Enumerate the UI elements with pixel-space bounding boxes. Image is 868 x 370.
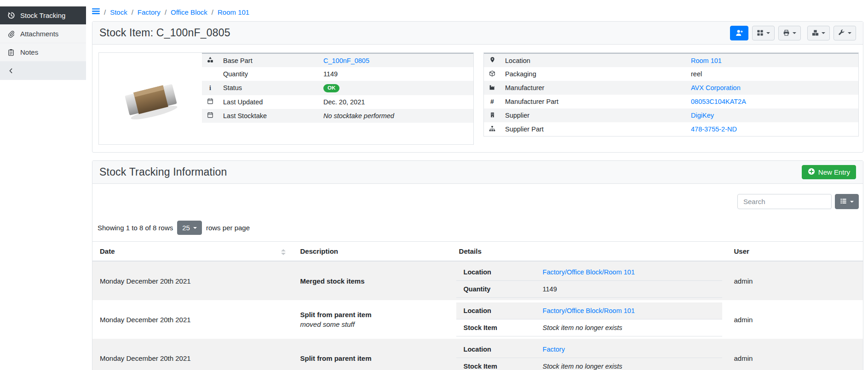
tracking-detail-row: Quantity 1149 [456,281,722,298]
new-entry-button[interactable]: New Entry [802,165,856,179]
table-row: Monday December 20th 2021 Merged stock i… [92,261,863,300]
search-input[interactable] [737,194,832,209]
status-badge: OK [323,84,339,92]
print-actions-button[interactable] [778,26,801,40]
sidebar-item-label: Stock Tracking [20,11,65,19]
column-header-date[interactable]: Date [92,242,293,262]
page-size-value: 25 [182,224,190,232]
tracking-table: Date Description Details User Monday Dec… [92,241,863,370]
tracking-location-link[interactable]: Factory/Office Block/Room 101 [543,307,635,314]
rows-per-page-label: rows per page [206,224,250,232]
base-part-link[interactable]: C_100nF_0805 [323,57,369,64]
tracking-detail-row: Stock Item Stock item no longer exists [456,319,722,336]
plus-circle-icon [808,168,815,176]
detail-label: Manufacturer [500,81,686,95]
tracking-detail-label: Location [456,264,535,281]
manufacturer-part-link[interactable]: 08053C104KAT2A [691,98,746,105]
detail-label: Last Updated [218,95,319,109]
detail-row-supplier-part: Supplier Part 478-3755-2-ND [484,122,858,136]
breadcrumb-separator: / [132,8,133,16]
stock-item-panel: Stock Item: C_100nF_0805 [92,21,863,153]
detail-label: Manufacturer Part [500,95,686,108]
detail-box-part: Base Part C_100nF_0805 Quantity 1149 i S… [98,52,474,145]
printer-icon [783,29,790,36]
page-title: Stock Item: C_100nF_0805 [99,27,230,39]
supplier-link[interactable]: DigiKey [691,112,714,119]
building-icon [489,112,495,120]
breadcrumb-link-factory[interactable]: Factory [138,8,161,16]
detail-row-manufacturer: Manufacturer AVX Corporation [484,81,858,95]
sidebar-item-attachments[interactable]: Attachments [0,25,86,43]
table-row: Monday December 20th 2021 Split from par… [92,300,863,339]
tracking-user: admin [727,261,863,300]
breadcrumb-link-room-101[interactable]: Room 101 [218,8,249,16]
info-icon: i [209,85,211,91]
page-size-dropdown[interactable]: 25 [177,221,202,235]
tracking-location-link[interactable]: Factory/Office Block/Room 101 [543,268,635,276]
calendar-icon [207,98,213,106]
industry-icon [489,85,495,92]
detail-label: Supplier Part [500,122,686,136]
table-row: Monday December 20th 2021 Split from par… [92,339,863,370]
sidebar-item-notes[interactable]: Notes [0,43,86,62]
detail-row-base-part: Base Part C_100nF_0805 [202,53,473,67]
hashtag-icon: # [490,98,494,105]
pagination-info: Showing 1 to 8 of 8 rows [98,224,173,232]
user-icon [736,29,743,37]
packaging-value: reel [686,67,858,81]
box-icon [489,71,495,78]
wrench-icon [838,29,845,36]
caret-down-icon [822,32,825,34]
detail-row-quantity: Quantity 1149 [202,67,473,81]
view-options-button[interactable] [752,26,775,40]
detail-row-supplier: Supplier DigiKey [484,108,858,122]
detail-label: Base Part [218,53,319,67]
tracking-panel-heading: Stock Tracking Information New Entry [92,161,863,184]
tracking-panel: Stock Tracking Information New Entry [92,160,863,370]
menu-toggle-button[interactable] [92,8,100,16]
breadcrumb-link-office-block[interactable]: Office Block [171,8,207,16]
clipboard-icon [7,48,15,57]
pagination-bar: Showing 1 to 8 of 8 rows 25 rows per pag… [92,209,863,235]
tracking-date: Monday December 20th 2021 [92,339,293,370]
part-thumbnail[interactable] [99,53,202,144]
stock-actions-button[interactable] [807,26,830,40]
admin-actions-button[interactable] [834,26,856,40]
tracking-date: Monday December 20th 2021 [92,300,293,339]
breadcrumb-separator: / [212,8,213,16]
tracking-detail-row: Location Factory/Office Block/Room 101 [456,302,722,319]
sidebar-item-label: Notes [20,48,38,56]
tracking-location-link[interactable]: Factory [543,346,565,353]
detail-label: Packaging [500,67,686,81]
columns-button[interactable] [835,194,859,209]
detail-row-status: i Status OK [202,81,473,95]
calendar-icon [207,112,213,120]
detail-label: Status [218,81,319,95]
detail-box-sourcing: Location Room 101 Packaging reel Manufac… [483,52,859,137]
main-content: / Stock / Factory / Office Block / Room … [86,0,868,370]
hamburger-icon [92,8,100,16]
location-link[interactable]: Room 101 [691,57,722,64]
tracking-detail-value: Stock item no longer exists [543,324,622,331]
grid-icon [757,29,764,36]
sidebar-item-label: Attachments [20,30,58,38]
manufacturer-link[interactable]: AVX Corporation [691,84,741,91]
quantity-value: 1149 [319,67,473,81]
list-icon [840,198,847,206]
tracking-description: Merged stock items [300,277,444,285]
chevron-left-icon [7,67,15,75]
section-title: Stock Tracking Information [99,166,227,178]
detail-row-manufacturer-part: # Manufacturer Part 08053C104KAT2A [484,95,858,108]
tracking-detail-label: Stock Item [456,319,535,336]
tracking-detail-row: Location Factory/Office Block/Room 101 [456,264,722,281]
supplier-part-link[interactable]: 478-3755-2-ND [691,125,737,133]
breadcrumb-link-stock[interactable]: Stock [110,8,127,16]
sidebar-collapse-button[interactable] [0,62,86,80]
detail-label: Quantity [218,67,319,81]
tracking-note: moved some stuff [300,320,444,328]
detail-row-location: Location Room 101 [484,53,858,67]
detail-label: Last Stocktake [218,109,319,123]
stock-item-edit-button[interactable] [730,26,748,40]
sidebar-item-stock-tracking[interactable]: Stock Tracking [0,6,86,25]
tracking-detail-value: Stock item no longer exists [543,363,622,370]
